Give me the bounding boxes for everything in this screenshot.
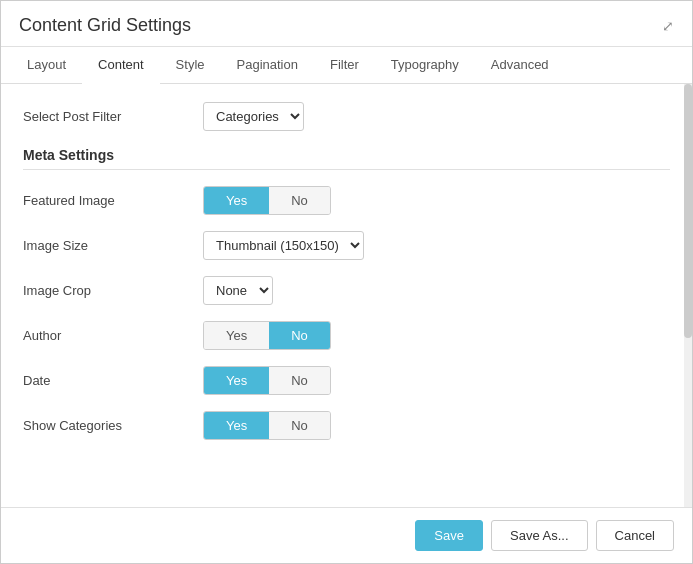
tab-advanced[interactable]: Advanced (475, 47, 565, 84)
post-filter-select[interactable]: Categories (203, 102, 304, 131)
date-yes[interactable]: Yes (204, 367, 269, 394)
featured-image-toggle: Yes No (203, 186, 331, 215)
cancel-button[interactable]: Cancel (596, 520, 674, 551)
scrollbar-thumb[interactable] (684, 84, 692, 338)
featured-image-label: Featured Image (23, 193, 203, 208)
featured-image-yes[interactable]: Yes (204, 187, 269, 214)
tab-filter[interactable]: Filter (314, 47, 375, 84)
tab-content[interactable]: Content (82, 47, 160, 84)
tab-style[interactable]: Style (160, 47, 221, 84)
show-categories-no[interactable]: No (269, 412, 330, 439)
scrollbar-track[interactable] (684, 84, 692, 507)
expand-icon[interactable]: ⤢ (662, 18, 674, 34)
post-filter-label: Select Post Filter (23, 109, 203, 124)
tab-pagination[interactable]: Pagination (221, 47, 314, 84)
tab-layout[interactable]: Layout (11, 47, 82, 84)
post-filter-control: Categories (203, 102, 670, 131)
featured-image-no[interactable]: No (269, 187, 330, 214)
author-label: Author (23, 328, 203, 343)
tab-typography[interactable]: Typography (375, 47, 475, 84)
image-crop-select[interactable]: None (203, 276, 273, 305)
show-categories-yes[interactable]: Yes (204, 412, 269, 439)
image-crop-control: None (203, 276, 670, 305)
save-button[interactable]: Save (415, 520, 483, 551)
featured-image-row: Featured Image Yes No (23, 186, 670, 215)
author-control: Yes No (203, 321, 670, 350)
content-area: Select Post Filter Categories Meta Setti… (1, 84, 692, 507)
show-categories-control: Yes No (203, 411, 670, 440)
featured-image-control: Yes No (203, 186, 670, 215)
show-categories-row: Show Categories Yes No (23, 411, 670, 440)
image-crop-row: Image Crop None (23, 276, 670, 305)
dialog-title: Content Grid Settings (19, 15, 191, 36)
dialog-header: Content Grid Settings ⤢ (1, 1, 692, 47)
date-label: Date (23, 373, 203, 388)
save-as-button[interactable]: Save As... (491, 520, 588, 551)
show-categories-toggle: Yes No (203, 411, 331, 440)
tabs-bar: Layout Content Style Pagination Filter T… (1, 47, 692, 84)
meta-settings-title: Meta Settings (23, 147, 670, 163)
content-grid-settings-dialog: Content Grid Settings ⤢ Layout Content S… (0, 0, 693, 564)
image-size-control: Thumbnail (150x150) (203, 231, 670, 260)
date-control: Yes No (203, 366, 670, 395)
image-crop-label: Image Crop (23, 283, 203, 298)
image-size-select[interactable]: Thumbnail (150x150) (203, 231, 364, 260)
author-yes[interactable]: Yes (204, 322, 269, 349)
dialog-footer: Save Save As... Cancel (1, 507, 692, 563)
meta-settings-divider (23, 169, 670, 170)
image-size-label: Image Size (23, 238, 203, 253)
image-size-row: Image Size Thumbnail (150x150) (23, 231, 670, 260)
show-categories-label: Show Categories (23, 418, 203, 433)
author-row: Author Yes No (23, 321, 670, 350)
post-filter-row: Select Post Filter Categories (23, 102, 670, 131)
date-toggle: Yes No (203, 366, 331, 395)
author-toggle: Yes No (203, 321, 331, 350)
date-no[interactable]: No (269, 367, 330, 394)
author-no[interactable]: No (269, 322, 330, 349)
date-row: Date Yes No (23, 366, 670, 395)
